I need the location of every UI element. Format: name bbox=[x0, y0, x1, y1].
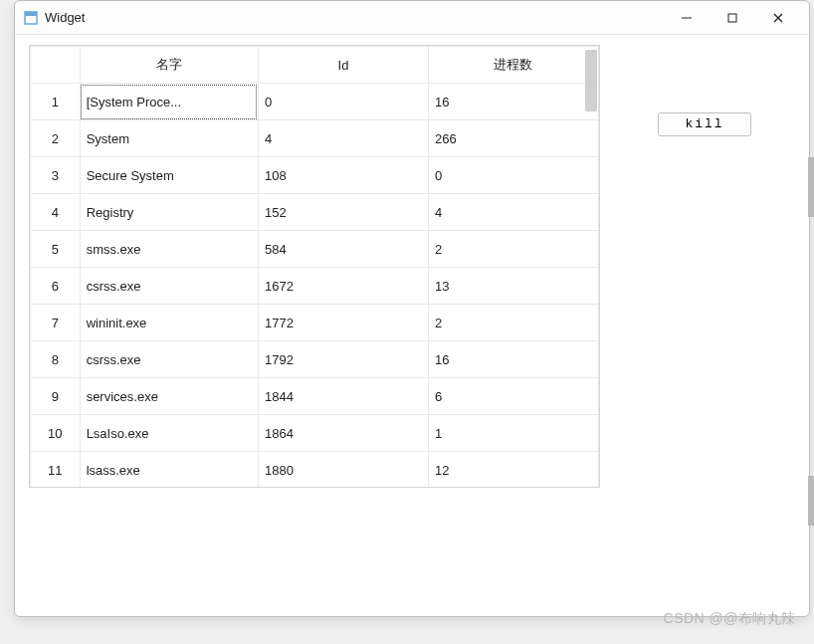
cell-threads[interactable]: 16 bbox=[428, 84, 598, 120]
minimize-button[interactable] bbox=[664, 3, 710, 33]
cell-name[interactable]: Registry bbox=[80, 194, 258, 231]
cell-name[interactable]: lsass.exe bbox=[80, 452, 258, 489]
header-name[interactable]: 名字 bbox=[80, 47, 258, 84]
corner-header[interactable] bbox=[31, 47, 81, 84]
cell-name[interactable]: LsaIso.exe bbox=[80, 415, 258, 452]
cell-id[interactable]: 1864 bbox=[258, 415, 428, 452]
row-number[interactable]: 4 bbox=[31, 194, 81, 231]
table-row[interactable]: 3Secure System1080 bbox=[31, 157, 599, 194]
titlebar[interactable]: Widget bbox=[15, 1, 809, 35]
cell-name[interactable]: System bbox=[80, 120, 258, 157]
process-table[interactable]: 名字 Id 进程数 1[System Proce...0162System426… bbox=[30, 46, 599, 488]
maximize-button[interactable] bbox=[710, 3, 755, 33]
row-number[interactable]: 6 bbox=[31, 268, 81, 305]
header-threads[interactable]: 进程数 bbox=[428, 47, 598, 84]
row-number[interactable]: 3 bbox=[31, 157, 81, 194]
side-panel: kill bbox=[630, 45, 779, 136]
kill-button[interactable]: kill bbox=[658, 112, 751, 136]
app-icon bbox=[23, 10, 39, 26]
svg-rect-3 bbox=[728, 14, 736, 22]
cell-name[interactable]: smss.exe bbox=[80, 231, 258, 268]
app-window: Widget 名字 Id 进程数 bbox=[14, 0, 810, 617]
row-number[interactable]: 7 bbox=[31, 305, 81, 341]
cell-id[interactable]: 108 bbox=[258, 157, 428, 194]
close-button[interactable] bbox=[755, 3, 801, 33]
row-number[interactable]: 5 bbox=[31, 231, 81, 268]
cell-id[interactable]: 1844 bbox=[258, 378, 428, 415]
cell-id[interactable]: 584 bbox=[258, 231, 428, 268]
cell-id[interactable]: 1672 bbox=[258, 268, 428, 305]
cell-threads[interactable]: 2 bbox=[428, 231, 598, 268]
table-row[interactable]: 8csrss.exe179216 bbox=[31, 341, 599, 378]
cell-name[interactable]: wininit.exe bbox=[80, 305, 258, 341]
cell-threads[interactable]: 266 bbox=[428, 120, 598, 157]
cell-id[interactable]: 1772 bbox=[258, 305, 428, 341]
cell-id[interactable]: 152 bbox=[258, 194, 428, 231]
process-table-container: 名字 Id 进程数 1[System Proce...0162System426… bbox=[29, 45, 600, 488]
cell-name[interactable]: csrss.exe bbox=[80, 341, 258, 378]
table-scrollbar[interactable] bbox=[585, 48, 597, 486]
table-row[interactable]: 9services.exe18446 bbox=[31, 378, 599, 415]
window-title: Widget bbox=[45, 10, 85, 25]
cell-name[interactable]: Secure System bbox=[80, 157, 258, 194]
row-number[interactable]: 8 bbox=[31, 341, 81, 378]
cell-name[interactable]: [System Proce... bbox=[80, 84, 258, 120]
table-row[interactable]: 2System4266 bbox=[31, 120, 599, 157]
table-header-row: 名字 Id 进程数 bbox=[31, 47, 599, 84]
cell-threads[interactable]: 16 bbox=[428, 341, 598, 378]
outer-scroll-indicator bbox=[806, 38, 814, 595]
table-row[interactable]: 10LsaIso.exe18641 bbox=[31, 415, 599, 452]
svg-rect-1 bbox=[25, 12, 37, 16]
cell-threads[interactable]: 2 bbox=[428, 305, 598, 341]
table-row[interactable]: 4Registry1524 bbox=[31, 194, 599, 231]
header-id[interactable]: Id bbox=[258, 47, 428, 84]
cell-threads[interactable]: 12 bbox=[428, 452, 598, 489]
table-row[interactable]: 7wininit.exe17722 bbox=[31, 305, 599, 341]
row-number[interactable]: 11 bbox=[31, 452, 81, 489]
row-number[interactable]: 10 bbox=[31, 415, 81, 452]
scrollbar-thumb[interactable] bbox=[585, 50, 597, 111]
cell-threads[interactable]: 13 bbox=[428, 268, 598, 305]
cell-threads[interactable]: 1 bbox=[428, 415, 598, 452]
cell-threads[interactable]: 6 bbox=[428, 378, 598, 415]
cell-id[interactable]: 1792 bbox=[258, 341, 428, 378]
table-row[interactable]: 5smss.exe5842 bbox=[31, 231, 599, 268]
table-row[interactable]: 6csrss.exe167213 bbox=[31, 268, 599, 305]
cell-id[interactable]: 1880 bbox=[258, 452, 428, 489]
cell-id[interactable]: 0 bbox=[258, 84, 428, 120]
row-number[interactable]: 2 bbox=[31, 120, 81, 157]
cell-threads[interactable]: 4 bbox=[428, 194, 598, 231]
cell-name[interactable]: csrss.exe bbox=[80, 268, 258, 305]
row-number[interactable]: 9 bbox=[31, 378, 81, 415]
table-row[interactable]: 1[System Proce...016 bbox=[31, 84, 599, 120]
cell-name[interactable]: services.exe bbox=[80, 378, 258, 415]
table-row[interactable]: 11lsass.exe188012 bbox=[31, 452, 599, 489]
client-area: 名字 Id 进程数 1[System Proce...0162System426… bbox=[15, 35, 809, 616]
cell-threads[interactable]: 0 bbox=[428, 157, 598, 194]
row-number[interactable]: 1 bbox=[31, 84, 81, 120]
cell-id[interactable]: 4 bbox=[258, 120, 428, 157]
